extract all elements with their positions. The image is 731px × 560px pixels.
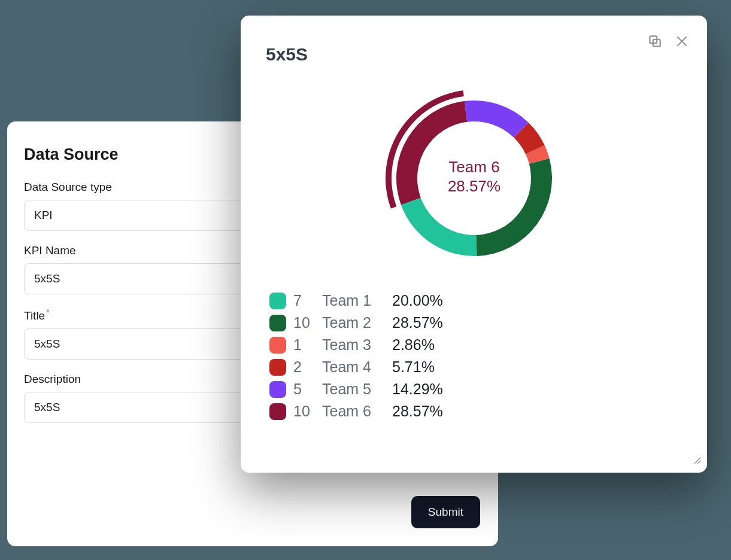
legend-count: 7 (293, 292, 315, 309)
chart-legend: 7Team 120.00%10Team 228.57%1Team 32.86%2… (266, 292, 682, 420)
label-title-text: Title (24, 309, 45, 322)
submit-button[interactable]: Submit (411, 496, 480, 528)
legend-swatch (269, 381, 286, 398)
legend-swatch (269, 359, 286, 376)
legend-name: Team 4 (322, 358, 385, 376)
svg-line-5 (697, 461, 700, 464)
legend-percent: 28.57% (392, 314, 443, 331)
legend-row[interactable]: 10Team 628.57% (269, 403, 682, 420)
legend-name: Team 5 (322, 381, 385, 398)
legend-name: Team 3 (322, 336, 385, 354)
legend-name: Team 6 (322, 403, 385, 420)
legend-count: 1 (293, 336, 315, 354)
legend-count: 5 (293, 381, 315, 398)
donut-center-value: 28.57% (447, 177, 500, 195)
close-icon[interactable] (675, 34, 689, 48)
donut-center-name: Team 6 (448, 158, 499, 176)
legend-row[interactable]: 5Team 514.29% (269, 381, 682, 398)
legend-swatch (269, 293, 286, 309)
donut-segment[interactable] (464, 101, 528, 138)
chart-panel: 5x5S Team 6 28.57% 7Team 120.00%10Team 2… (241, 16, 707, 473)
required-asterisk: * (46, 308, 49, 317)
legend-name: Team 2 (322, 314, 385, 331)
legend-row[interactable]: 7Team 120.00% (269, 292, 682, 309)
legend-row[interactable]: 2Team 45.71% (269, 358, 682, 376)
svg-line-4 (694, 458, 700, 464)
copy-icon[interactable] (647, 34, 663, 49)
legend-count: 10 (293, 314, 315, 331)
legend-count: 10 (293, 403, 315, 420)
donut-segment[interactable] (401, 197, 477, 256)
legend-count: 2 (293, 358, 315, 376)
legend-row[interactable]: 10Team 228.57% (269, 314, 682, 331)
legend-name: Team 1 (322, 292, 385, 309)
donut-chart: Team 6 28.57% (266, 83, 682, 274)
resize-handle-icon[interactable] (693, 456, 701, 467)
legend-percent: 5.71% (392, 358, 435, 376)
legend-swatch (269, 315, 286, 331)
legend-percent: 28.57% (392, 403, 443, 420)
legend-percent: 2.86% (392, 336, 435, 354)
legend-swatch (269, 403, 286, 420)
legend-percent: 14.29% (392, 381, 443, 398)
legend-row[interactable]: 1Team 32.86% (269, 336, 682, 354)
chart-controls (647, 34, 689, 49)
chart-title: 5x5S (266, 44, 682, 65)
legend-swatch (269, 337, 286, 354)
legend-percent: 20.00% (392, 292, 443, 309)
